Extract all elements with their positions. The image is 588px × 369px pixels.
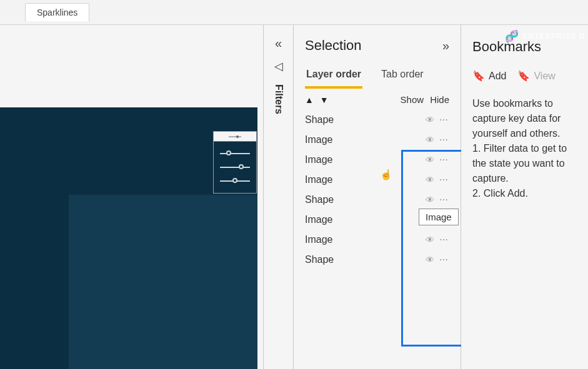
- visibility-toggle-icon[interactable]: 👁: [426, 155, 434, 165]
- more-options-icon[interactable]: ⋯: [439, 195, 449, 205]
- layer-item-label: Shape: [305, 254, 426, 265]
- filters-pane-label[interactable]: Filters: [273, 84, 284, 114]
- move-up-button[interactable]: ▲: [305, 95, 314, 105]
- layer-actions: 👁⋯: [426, 235, 449, 245]
- move-down-button[interactable]: ▼: [320, 95, 329, 105]
- visibility-toggle-icon[interactable]: 👁: [426, 175, 434, 185]
- layer-actions: 👁⋯: [426, 115, 449, 125]
- slider-track[interactable]: [220, 180, 250, 182]
- layer-actions: 👁⋯: [426, 175, 449, 185]
- selection-title: Selection: [305, 37, 362, 54]
- more-options-icon[interactable]: ⋯: [439, 175, 449, 185]
- bookmark-view-icon: 🔖: [517, 70, 530, 82]
- more-options-icon[interactable]: ⋯: [439, 115, 449, 125]
- top-ribbon: Sparklines: [0, 0, 588, 25]
- svg-point-1: [236, 135, 239, 138]
- layer-item-label: Image: [305, 174, 426, 185]
- layer-controls-row: ▲ ▼ Show Hide: [294, 87, 461, 110]
- view-label: View: [534, 71, 555, 82]
- ribbon-tab-sparklines[interactable]: Sparklines: [25, 3, 89, 21]
- more-options-icon[interactable]: ⋯: [439, 235, 449, 245]
- layer-item[interactable]: Shape👁⋯: [299, 190, 456, 210]
- report-canvas[interactable]: [0, 25, 264, 369]
- reorder-buttons: ▲ ▼: [305, 95, 329, 105]
- add-bookmark-button[interactable]: 🔖 Add: [472, 70, 506, 82]
- bookmark-add-icon: 🔖: [472, 70, 485, 82]
- layer-actions: 👁⋯: [426, 135, 449, 145]
- hover-tooltip: Image: [419, 209, 459, 225]
- layer-actions: 👁⋯: [426, 255, 449, 265]
- layer-item[interactable]: Image👁⋯: [299, 230, 456, 250]
- filter-funnel-icon[interactable]: ◁: [274, 59, 283, 73]
- layer-item-label: Image: [305, 214, 426, 225]
- slider-track[interactable]: [220, 153, 250, 154]
- filters-pane-collapsed: « ◁ Filters: [264, 25, 294, 369]
- slicer-header: [214, 132, 256, 142]
- watermark-text: ENTERPRISE D: [522, 32, 586, 41]
- layer-item-label: Shape: [305, 194, 426, 205]
- selection-tabs: Layer order Tab order: [294, 60, 461, 87]
- visibility-toggle-icon[interactable]: 👁: [426, 115, 434, 125]
- visibility-toggle-icon[interactable]: 👁: [426, 135, 434, 145]
- layer-item-label: Image: [305, 234, 426, 245]
- layer-item[interactable]: Image👁⋯: [299, 130, 456, 150]
- layer-item[interactable]: Shape👁⋯: [299, 250, 456, 270]
- slider-thumb[interactable]: [232, 178, 237, 183]
- layer-item[interactable]: Image👁⋯: [299, 150, 456, 170]
- view-bookmark-button: 🔖 View: [517, 70, 555, 82]
- more-options-icon[interactable]: ⋯: [439, 255, 449, 265]
- hide-label[interactable]: Hide: [430, 94, 449, 105]
- visibility-toggle-icon[interactable]: 👁: [426, 255, 434, 265]
- expand-chevron-icon[interactable]: »: [442, 39, 449, 53]
- bookmarks-toolbar: 🔖 Add 🔖 View: [472, 61, 582, 91]
- slider-glyph-icon: [229, 135, 241, 139]
- selection-pane: Selection » Layer order Tab order ▲ ▼ Sh…: [294, 25, 461, 369]
- layer-item[interactable]: Shape👁⋯: [299, 110, 456, 130]
- layer-item-label: Image: [305, 134, 426, 145]
- show-hide-labels: Show Hide: [401, 94, 449, 105]
- show-label[interactable]: Show: [401, 94, 424, 105]
- watermark-overlay: 🧬 ENTERPRISE D: [505, 29, 586, 43]
- layer-list: Shape👁⋯ Image👁⋯ Image👁⋯ Image👁⋯ Shape👁⋯ …: [294, 110, 461, 270]
- slider-thumb[interactable]: [226, 150, 231, 155]
- slider-thumb[interactable]: [239, 164, 244, 169]
- layer-actions: 👁⋯: [426, 195, 449, 205]
- more-options-icon[interactable]: ⋯: [439, 155, 449, 165]
- add-label: Add: [489, 71, 506, 82]
- visibility-toggle-icon[interactable]: 👁: [426, 235, 434, 245]
- layer-item[interactable]: Image👁⋯: [299, 170, 456, 190]
- tab-layer-order[interactable]: Layer order: [305, 62, 362, 86]
- selected-visual-outline[interactable]: [69, 195, 257, 369]
- layer-item-label: Shape: [305, 114, 426, 125]
- bookmarks-pane: Bookmarks 🔖 Add 🔖 View Use bookmarks to …: [461, 25, 588, 369]
- layer-actions: 👁⋯: [426, 155, 449, 165]
- slicer-visual[interactable]: [213, 131, 257, 194]
- tab-tab-order[interactable]: Tab order: [380, 62, 425, 86]
- bookmarks-instructions: Use bookmarks to capture key data for yo…: [472, 91, 582, 201]
- dna-icon: 🧬: [505, 29, 519, 43]
- more-options-icon[interactable]: ⋯: [439, 135, 449, 145]
- visibility-toggle-icon[interactable]: 👁: [426, 195, 434, 205]
- cursor-icon: ☝: [380, 169, 392, 180]
- layer-item-label: Image: [305, 154, 426, 165]
- main-content: « ◁ Filters Selection » Layer order Tab …: [0, 25, 588, 369]
- slider-track[interactable]: [220, 167, 250, 168]
- slicer-controls: [214, 142, 256, 193]
- collapse-chevron-icon[interactable]: «: [275, 36, 282, 51]
- selection-header: Selection »: [294, 25, 461, 60]
